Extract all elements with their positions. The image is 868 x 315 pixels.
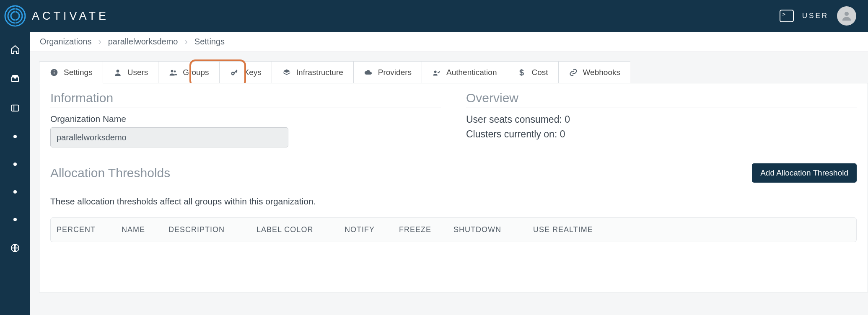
tab-label: Keys [244,68,262,77]
svg-point-14 [232,73,233,74]
col-description: DESCRIPTION [168,225,257,234]
svg-text:$: $ [519,68,524,77]
breadcrumb-item[interactable]: Organizations [40,37,91,46]
users-icon [168,68,178,77]
info-icon [49,68,59,77]
panel-icon[interactable] [9,102,21,114]
tab-keys[interactable]: Keys [219,61,272,83]
settings-panel: Information Organization Name Overview U… [39,83,868,292]
col-percent: PERCENT [57,225,122,234]
org-name-label: Organization Name [50,114,441,124]
key-icon [230,68,239,77]
seats-value: 0 [565,114,570,125]
breadcrumb-item[interactable]: parallelworksdemo [108,37,178,46]
rail-dot-icon[interactable] [13,218,17,221]
clusters-label: Clusters currently on: [466,129,557,139]
layers-icon [282,68,291,77]
brand[interactable]: ACTIVATE [4,5,109,27]
globe-icon[interactable] [9,242,21,254]
overview-title: Overview [466,91,857,108]
breadcrumb-item[interactable]: Settings [194,37,225,46]
top-bar: ACTIVATE >_ USER [0,0,868,32]
breadcrumb: Organizations › parallelworksdemo › Sett… [30,32,868,52]
tab-label: Settings [64,68,93,77]
tab-users[interactable]: Users [103,61,158,83]
svg-point-3 [845,12,849,16]
col-freeze: FREEZE [399,225,453,234]
svg-rect-8 [54,72,54,74]
tab-label: Infrastructure [296,68,343,77]
thresholds-table-header: PERCENT NAME DESCRIPTION LABEL COLOR NOT… [50,217,857,242]
tab-webhooks[interactable]: Webhooks [558,61,630,83]
tab-label: Authentication [446,68,497,77]
col-label-color: LABEL COLOR [257,225,345,234]
tab-label: Cost [531,68,548,77]
seats-label: User seats consumed: [466,114,562,125]
svg-point-12 [174,70,176,72]
svg-point-11 [171,70,174,72]
svg-rect-4 [11,105,18,111]
svg-point-10 [116,70,119,72]
tab-label: Groups [183,68,209,77]
tab-settings[interactable]: Settings [39,61,103,84]
tab-authentication[interactable]: Authentication [422,61,507,83]
brand-logo-icon [4,5,26,27]
svg-point-15 [434,70,437,73]
side-rail [0,32,30,315]
tab-label: Providers [378,68,412,77]
avatar[interactable] [837,6,856,26]
auth-icon [432,68,441,77]
col-use-realtime: USE REALTIME [533,225,850,234]
tab-groups[interactable]: Groups [158,61,219,83]
dollar-icon: $ [517,68,526,77]
brand-name: ACTIVATE [32,10,109,23]
information-title: Information [50,91,441,108]
user-label[interactable]: USER [802,12,829,20]
thresholds-description: These allocation thresholds affect all g… [50,196,857,207]
col-notify: NOTIFY [345,225,399,234]
rail-dot-icon[interactable] [13,190,17,194]
svg-point-9 [54,70,54,71]
add-threshold-button[interactable]: Add Allocation Threshold [752,163,857,183]
chevron-right-icon: › [98,36,101,47]
thresholds-title: Allocation Thresholds [50,166,170,180]
clusters-value: 0 [560,129,565,139]
rail-dot-icon[interactable] [13,163,17,166]
home-icon[interactable] [9,44,21,55]
cloud-icon [364,68,373,77]
seats-line: User seats consumed: 0 [466,114,857,125]
link-icon [569,68,578,77]
col-name: NAME [122,225,168,234]
org-name-input[interactable] [50,127,288,147]
chevron-right-icon: › [184,36,187,47]
user-icon [113,68,122,77]
tab-cost[interactable]: $ Cost [507,61,558,83]
col-shutdown: SHUTDOWN [453,225,533,234]
tab-providers[interactable]: Providers [353,61,422,83]
tab-label: Webhooks [583,68,620,77]
tab-bar: Settings Users Groups Keys Infrastructur… [39,61,868,83]
rail-dot-icon[interactable] [13,135,17,138]
terminal-icon[interactable]: >_ [780,10,794,22]
tab-label: Users [127,68,148,77]
inbox-icon[interactable] [9,73,21,85]
clusters-line: Clusters currently on: 0 [466,129,857,140]
tab-infrastructure[interactable]: Infrastructure [272,61,353,83]
